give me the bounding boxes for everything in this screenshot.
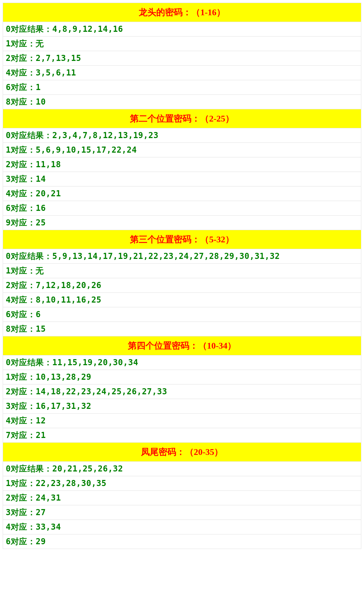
data-row: 0对应结果：2,3,4,7,8,12,13,19,23 bbox=[3, 128, 361, 143]
data-row: 2对应：14,18,22,23,24,25,26,27,33 bbox=[3, 384, 361, 399]
section-3-header: 第三个位置密码：（5-32） bbox=[3, 230, 361, 249]
section-5-header: 凤尾密码：（20-35） bbox=[3, 443, 361, 462]
data-row: 0对应结果：11,15,19,20,30,34 bbox=[3, 355, 361, 370]
data-row: 2对应：2,7,13,15 bbox=[3, 51, 361, 66]
data-row: 0对应结果：4,8,9,12,14,16 bbox=[3, 22, 361, 37]
data-row: 3对应：16,17,31,32 bbox=[3, 399, 361, 414]
data-row: 3对应：27 bbox=[3, 505, 361, 520]
data-row: 8对应：10 bbox=[3, 95, 361, 109]
section-2-header: 第二个位置密码：（2-25） bbox=[3, 109, 361, 128]
lottery-code-table: 龙头的密码：（1-16） 0对应结果：4,8,9,12,14,16 1对应：无 … bbox=[0, 0, 364, 552]
data-row: 4对应：12 bbox=[3, 414, 361, 428]
data-row: 4对应：33,34 bbox=[3, 520, 361, 534]
data-row: 3对应：14 bbox=[3, 172, 361, 186]
data-row: 4对应：20,21 bbox=[3, 186, 361, 201]
data-row: 1对应：无 bbox=[3, 264, 361, 278]
section-5: 凤尾密码：（20-35） 0对应结果：20,21,25,26,32 1对应：22… bbox=[3, 443, 361, 549]
data-row: 2对应：7,12,18,20,26 bbox=[3, 278, 361, 293]
data-row: 1对应：22,23,28,30,35 bbox=[3, 476, 361, 491]
section-1-header: 龙头的密码：（1-16） bbox=[3, 3, 361, 22]
data-row: 0对应结果：5,9,13,14,17,19,21,22,23,24,27,28,… bbox=[3, 249, 361, 264]
data-row: 6对应：16 bbox=[3, 201, 361, 216]
data-row: 4对应：3,5,6,11 bbox=[3, 66, 361, 80]
data-row: 6对应：6 bbox=[3, 307, 361, 322]
section-2: 第二个位置密码：（2-25） 0对应结果：2,3,4,7,8,12,13,19,… bbox=[3, 109, 361, 230]
data-row: 1对应：无 bbox=[3, 37, 361, 51]
data-row: 2对应：24,31 bbox=[3, 491, 361, 505]
section-4-header: 第四个位置密码：（10-34） bbox=[3, 336, 361, 355]
data-row: 1对应：5,6,9,10,15,17,22,24 bbox=[3, 143, 361, 157]
section-4: 第四个位置密码：（10-34） 0对应结果：11,15,19,20,30,34 … bbox=[3, 336, 361, 443]
data-row: 0对应结果：20,21,25,26,32 bbox=[3, 462, 361, 476]
data-row: 4对应：8,10,11,16,25 bbox=[3, 293, 361, 307]
data-row: 8对应：15 bbox=[3, 322, 361, 336]
data-row: 6对应：29 bbox=[3, 534, 361, 549]
section-3: 第三个位置密码：（5-32） 0对应结果：5,9,13,14,17,19,21,… bbox=[3, 230, 361, 336]
section-1: 龙头的密码：（1-16） 0对应结果：4,8,9,12,14,16 1对应：无 … bbox=[3, 3, 361, 109]
data-row: 2对应：11,18 bbox=[3, 157, 361, 172]
data-row: 6对应：1 bbox=[3, 80, 361, 95]
data-row: 1对应：10,13,28,29 bbox=[3, 370, 361, 384]
data-row: 9对应：25 bbox=[3, 216, 361, 230]
data-row: 7对应：21 bbox=[3, 428, 361, 443]
